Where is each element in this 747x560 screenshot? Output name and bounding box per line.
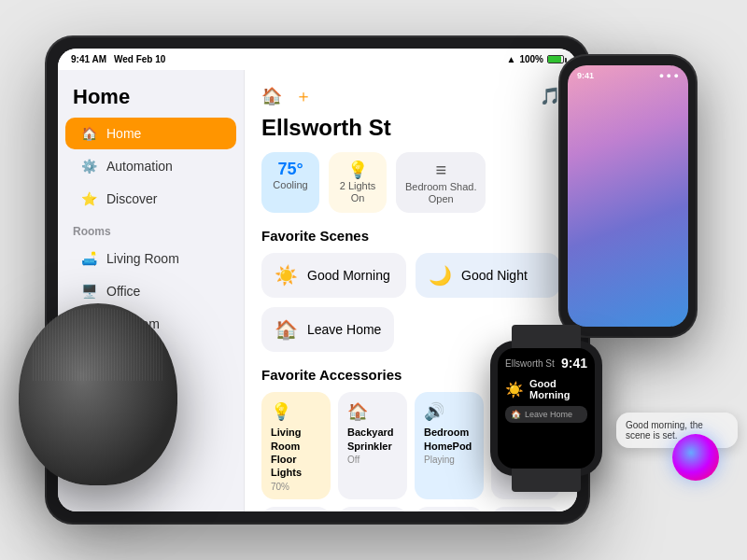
ipad-date: Wed Feb 10 bbox=[114, 54, 165, 64]
shades-tile[interactable]: ≡ Bedroom Shad.Open bbox=[396, 152, 486, 213]
floor-lights-name: Living Room Floor Lights bbox=[271, 426, 321, 479]
favorite-scenes-title: Favorite Scenes bbox=[261, 228, 560, 244]
kitchen-switch-card[interactable]: 💡 Kitchen Switch Off bbox=[261, 507, 331, 511]
temp-label: Cooling bbox=[273, 179, 307, 190]
apple-tv-card[interactable]: 📺 Living Room Apple TV Paused bbox=[338, 507, 407, 511]
bedroom-homepod-name: Bedroom HomePod bbox=[424, 426, 474, 453]
lights-label: 2 LightsOn bbox=[340, 180, 376, 204]
office-icon: 🖥️ bbox=[80, 283, 97, 300]
leave-home-scene[interactable]: 🏠 Leave Home bbox=[261, 307, 394, 352]
bedroom-homepod-icon: 🔊 bbox=[424, 401, 474, 422]
star-icon: ⭐ bbox=[80, 190, 97, 207]
watch-band-top bbox=[512, 325, 581, 348]
sidebar-automation-label: Automation bbox=[106, 159, 173, 174]
watch-location: Ellsworth St bbox=[505, 358, 555, 369]
watch-scene-icon: ☀️ bbox=[505, 381, 524, 399]
sidebar-item-automation[interactable]: ⚙️ Automation bbox=[65, 150, 236, 182]
leave-home-icon: 🏠 bbox=[275, 318, 298, 341]
watch-scene-name: GoodMorning bbox=[529, 378, 570, 400]
good-night-label: Good Night bbox=[461, 268, 528, 283]
watch-leave-home-button[interactable]: 🏠 Leave Home bbox=[505, 406, 587, 423]
living-homepod-card[interactable]: 🔊 Living Room HomePod Paused bbox=[415, 507, 484, 511]
siri-orb bbox=[672, 434, 719, 481]
homepod-device bbox=[19, 303, 177, 485]
good-morning-scene[interactable]: ☀️ Good Morning bbox=[261, 253, 406, 298]
floor-lights-sub: 70% bbox=[271, 482, 321, 492]
sidebar-title: Home bbox=[58, 81, 244, 117]
good-morning-label: Good Morning bbox=[307, 268, 390, 283]
temp-value: 75° bbox=[277, 160, 303, 179]
good-night-scene[interactable]: 🌙 Good Night bbox=[416, 253, 560, 298]
watch-leave-home-icon: 🏠 bbox=[511, 410, 521, 419]
temperature-tile[interactable]: 75° Cooling bbox=[261, 152, 319, 213]
battery-percent: 100% bbox=[519, 54, 543, 64]
audio-icon[interactable]: 🎵 bbox=[540, 86, 560, 106]
iphone-device: 9:41 ● ● ● bbox=[560, 56, 696, 336]
automation-icon: ⚙️ bbox=[80, 158, 97, 175]
street-title: Ellsworth St bbox=[261, 115, 560, 141]
extra-acc-card: 🌡️ 75° bbox=[491, 507, 560, 511]
floor-lights-icon: 💡 bbox=[271, 401, 321, 422]
iphone-screen: 9:41 ● ● ● bbox=[568, 65, 688, 327]
bedroom-homepod-sub: Playing bbox=[424, 455, 474, 465]
iphone-status-bar: 9:41 ● ● ● bbox=[568, 65, 688, 86]
floor-lights-card[interactable]: 💡 Living Room Floor Lights 70% bbox=[261, 392, 331, 498]
home-nav-icon[interactable]: 🏠 bbox=[261, 86, 282, 106]
sprinkler-card[interactable]: 🏠 Backyard Sprinkler Off bbox=[338, 392, 407, 498]
sidebar-item-home[interactable]: 🏠 Home bbox=[65, 118, 236, 149]
watch-device: Ellsworth St 9:41 ☀️ GoodMorning 🏠 Leave… bbox=[490, 341, 602, 476]
sidebar-discover-label: Discover bbox=[106, 191, 157, 206]
iphone-signal: ● ● ● bbox=[659, 71, 679, 80]
watch-band-bottom bbox=[512, 469, 581, 492]
sidebar-home-label: Home bbox=[106, 126, 141, 141]
rooms-section-label: Rooms bbox=[58, 216, 244, 242]
scenes-grid: ☀️ Good Morning 🌙 Good Night bbox=[261, 253, 560, 298]
home-icon: 🏠 bbox=[80, 125, 97, 142]
sprinkler-name: Backyard Sprinkler bbox=[347, 426, 398, 453]
ipad-time: 9:41 AM bbox=[71, 54, 106, 64]
main-scene: 9:41 AM Wed Feb 10 ▲ 100% Home 🏠 bbox=[0, 0, 747, 560]
watch-screen: Ellsworth St 9:41 ☀️ GoodMorning 🏠 Leave… bbox=[498, 348, 595, 469]
living-room-icon: 🛋️ bbox=[80, 250, 97, 267]
main-top-bar: 🏠 ＋ 🎵 bbox=[261, 85, 560, 107]
sprinkler-icon: 🏠 bbox=[347, 401, 398, 422]
ipad-status-bar: 9:41 AM Wed Feb 10 ▲ 100% bbox=[58, 49, 577, 70]
sidebar-living-room-label: Living Room bbox=[106, 251, 179, 266]
sidebar-item-office[interactable]: 🖥️ Office bbox=[65, 275, 236, 307]
bedroom-homepod-card[interactable]: 🔊 Bedroom HomePod Playing bbox=[415, 392, 484, 498]
sprinkler-sub: Off bbox=[347, 455, 398, 465]
shades-icon: ≡ bbox=[435, 160, 446, 181]
lights-tile[interactable]: 💡 2 LightsOn bbox=[329, 152, 387, 213]
sidebar-office-label: Office bbox=[106, 284, 140, 299]
status-tiles-row: 75° Cooling 💡 2 LightsOn ≡ Bedroom Shad.… bbox=[261, 152, 560, 213]
leave-home-label: Leave Home bbox=[307, 322, 381, 337]
shades-label: Bedroom Shad.Open bbox=[405, 181, 476, 205]
iphone-time: 9:41 bbox=[577, 71, 594, 80]
watch-time: 9:41 bbox=[561, 356, 587, 371]
good-morning-icon: ☀️ bbox=[275, 264, 298, 287]
watch-leave-home-label: Leave Home bbox=[525, 410, 572, 419]
sidebar-item-living-room[interactable]: 🛋️ Living Room bbox=[65, 243, 236, 274]
battery-icon bbox=[547, 55, 564, 63]
wifi-icon: ▲ bbox=[507, 54, 516, 64]
lights-icon: 💡 bbox=[347, 160, 368, 180]
sidebar-item-discover[interactable]: ⭐ Discover bbox=[65, 183, 236, 215]
good-night-icon: 🌙 bbox=[429, 264, 452, 287]
add-button[interactable]: ＋ bbox=[295, 85, 312, 107]
